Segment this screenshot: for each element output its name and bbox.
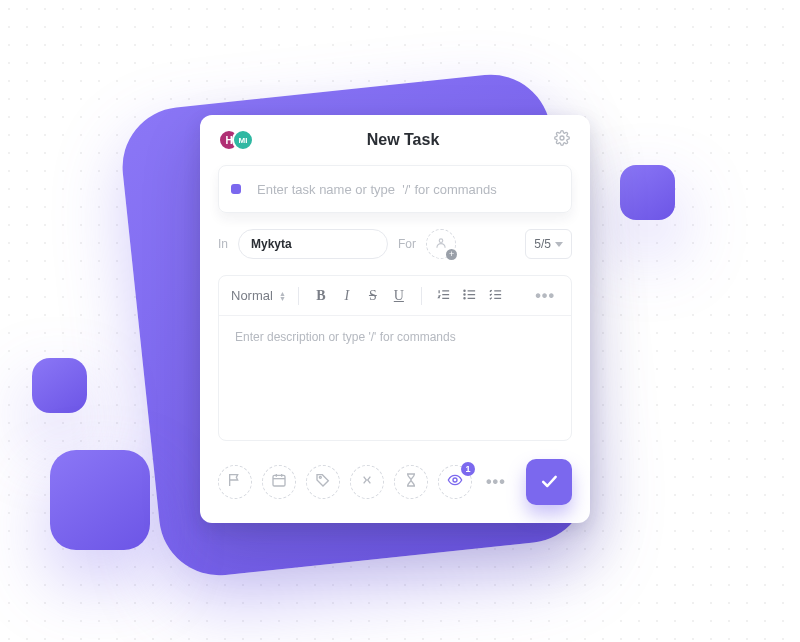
task-count-label: 5/5 (534, 237, 551, 251)
description-input[interactable] (233, 328, 557, 424)
priority-button[interactable] (218, 465, 252, 499)
underline-button[interactable]: U (389, 286, 409, 306)
footer-actions: 1 ••• (218, 465, 510, 499)
text-style-select[interactable]: Normal ▲▼ (231, 288, 286, 303)
editor-toolbar: Normal ▲▼ B I S U (219, 276, 571, 316)
toolbar-separator (298, 287, 299, 305)
modal-title: New Task (367, 131, 440, 149)
plus-icon: + (446, 249, 457, 260)
decorative-blob (620, 165, 675, 220)
task-name-input[interactable] (255, 181, 559, 198)
bold-button[interactable]: B (311, 286, 331, 306)
calendar-icon (271, 472, 287, 492)
watchers-button[interactable]: 1 (438, 465, 472, 499)
location-value: Mykyta (251, 237, 292, 251)
ordered-list-icon (436, 287, 451, 305)
description-editor: Normal ▲▼ B I S U (218, 275, 572, 441)
create-task-button[interactable] (526, 459, 572, 505)
chevron-down-icon (555, 242, 563, 247)
italic-button[interactable]: I (337, 286, 357, 306)
sort-arrows-icon: ▲▼ (279, 291, 286, 301)
for-label: For (398, 237, 416, 251)
meta-row: In Mykyta For + 5/5 (218, 229, 572, 259)
dependencies-button[interactable] (350, 465, 384, 499)
footer-more-button[interactable]: ••• (482, 473, 510, 491)
task-name-row (218, 165, 572, 213)
workspace-avatars[interactable]: H MI (218, 129, 254, 151)
svg-point-9 (464, 293, 465, 294)
location-select[interactable]: Mykyta (238, 229, 388, 259)
check-icon (539, 471, 559, 494)
new-task-modal: H MI New Task In Mykyta For + (200, 115, 590, 523)
toolbar-separator (421, 287, 422, 305)
svg-point-18 (319, 476, 321, 478)
tags-button[interactable] (306, 465, 340, 499)
assignee-button[interactable]: + (426, 229, 456, 259)
ordered-list-button[interactable] (434, 286, 454, 306)
svg-rect-14 (273, 475, 285, 486)
gear-icon (554, 130, 570, 150)
in-label: In (218, 237, 228, 251)
decorative-blob (50, 450, 150, 550)
status-bullet-icon[interactable] (231, 184, 241, 194)
svg-point-8 (464, 290, 465, 291)
strikethrough-button[interactable]: S (363, 286, 383, 306)
svg-point-0 (560, 136, 564, 140)
hourglass-icon (403, 472, 419, 492)
decorative-blob (32, 358, 87, 413)
modal-footer: 1 ••• (218, 459, 572, 505)
settings-button[interactable] (552, 130, 572, 150)
tag-icon (315, 472, 331, 492)
svg-point-10 (464, 297, 465, 298)
modal-header: H MI New Task (218, 115, 572, 165)
watchers-count-badge: 1 (461, 462, 475, 476)
svg-point-1 (439, 238, 443, 242)
checklist-button[interactable] (486, 286, 506, 306)
eye-icon (447, 472, 463, 492)
avatar: MI (232, 129, 254, 151)
unordered-list-button[interactable] (460, 286, 480, 306)
toolbar-more-button[interactable]: ••• (531, 287, 559, 305)
person-icon (434, 236, 448, 253)
checklist-icon (488, 287, 503, 305)
due-date-button[interactable] (262, 465, 296, 499)
text-style-label: Normal (231, 288, 273, 303)
svg-point-19 (453, 478, 457, 482)
task-count-dropdown[interactable]: 5/5 (525, 229, 572, 259)
time-estimate-button[interactable] (394, 465, 428, 499)
flag-icon (227, 472, 243, 492)
dependency-icon (359, 472, 375, 492)
unordered-list-icon (462, 287, 477, 305)
